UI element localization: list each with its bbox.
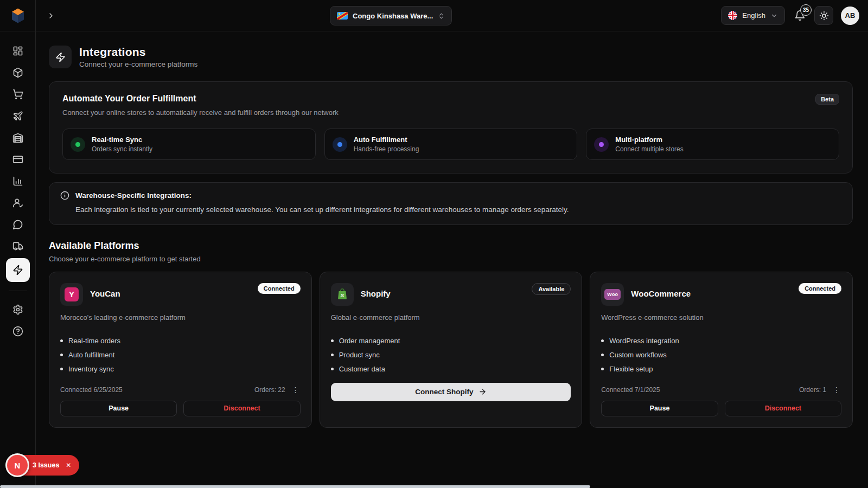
brand-cube-logo-icon[interactable] [9,7,27,25]
plane-icon [12,111,23,121]
app-shell: ★ Congo Kinshasa Ware... [0,0,868,488]
page-title: Integrations [79,46,197,59]
arrow-right-icon [478,388,487,396]
platforms-title: Available Platforms [49,240,853,252]
chevron-right-icon [47,11,55,20]
topbar: ★ Congo Kinshasa Ware... [36,0,868,31]
credit-card-icon [12,154,23,165]
platform-name: Shopify [361,289,391,298]
user-avatar[interactable]: AB [841,7,859,25]
sidebar-item-analytics[interactable] [7,170,29,192]
sidebar-expand-button[interactable] [47,11,55,20]
warehouse-selector-label: Congo Kinshasa Ware... [353,12,433,20]
platform-description: Morocco's leading e-commerce platform [60,313,301,322]
kebab-icon: ⋮ [292,386,299,394]
connected-date: Connected 6/25/2025 [60,386,123,394]
sidebar-item-messages[interactable] [7,214,29,235]
notifications-button[interactable]: 35 [793,9,807,23]
topbar-right-controls: English 35 AB [721,6,859,25]
notifications-count-badge: 35 [800,4,812,16]
sidebar-item-billing[interactable] [7,149,29,170]
woocommerce-logo-icon: Woo [601,283,624,306]
kebab-icon: ⋮ [833,386,840,394]
connected-date: Connected 7/1/2025 [601,386,660,394]
status-badge: Connected [799,283,841,294]
disconnect-button[interactable]: Disconnect [725,401,841,416]
platform-feature: Inventory sync [60,365,301,373]
status-badge: Connected [258,283,301,294]
platform-feature: Product sync [331,351,571,359]
gear-icon [12,304,23,315]
platform-description: Global e-commerce platform [331,313,571,322]
issues-avatar[interactable]: N [7,455,28,476]
sidebar-item-shipping[interactable] [7,105,29,127]
pause-button[interactable]: Pause [601,401,718,416]
sidebar-item-orders[interactable] [7,84,29,105]
platforms-subtitle: Choose your e-commerce platform to get s… [49,255,853,263]
info-icon [60,191,69,200]
sidebar-item-dashboard[interactable] [7,40,29,62]
issues-widget: N 3 Issues ✕ [5,453,79,477]
more-options-button[interactable]: ⋮ [291,385,301,395]
purple-dot-icon [594,137,609,152]
svg-text:★: ★ [337,12,341,16]
status-badge: Available [532,283,571,295]
svg-text:S: S [340,292,344,298]
pause-button[interactable]: Pause [60,401,177,416]
platform-cards: Y YouCan Connected Morocco's leading e-c… [49,272,853,428]
platform-feature: Flexible setup [601,365,841,373]
sidebar-item-warehouses[interactable] [7,127,29,149]
sidebar-item-deliveries[interactable] [7,235,29,257]
horizontal-scrollbar-thumb[interactable] [0,485,590,488]
bar-chart-icon [12,176,23,187]
sidebar-divider [9,291,27,291]
automation-subtitle: Connect your online stores to automatica… [62,108,839,117]
chat-icon [12,219,23,230]
platform-description: WordPress e-commerce solution [601,313,841,322]
warehouse-info-banner: Warehouse-Specific Integrations: Each in… [49,182,853,225]
disconnect-button[interactable]: Disconnect [183,401,300,416]
automation-features: Real-time SyncOrders sync instantly Auto… [62,129,839,160]
sidebar-nav [0,31,36,488]
platform-feature: Real-time orders [60,337,301,345]
package-icon [12,67,23,78]
sidebar-item-help[interactable] [7,320,29,342]
chevron-down-icon [770,12,778,20]
theme-toggle-button[interactable] [814,6,833,25]
platform-card-youcan: Y YouCan Connected Morocco's leading e-c… [49,272,312,428]
close-icon: ✕ [66,461,71,469]
zap-icon [12,265,23,275]
feature-realtime-sync: Real-time SyncOrders sync instantly [62,129,316,160]
main-content: Integrations Connect your e-commerce pla… [36,31,868,488]
sidebar-item-settings[interactable] [7,299,29,320]
platform-name: WooCommerce [631,289,691,298]
shopify-logo-icon: S [331,283,354,306]
platform-card-shopify: S Shopify Available Global e-commerce pl… [320,272,583,428]
platform-card-woocommerce: Woo WooCommerce Connected WordPress e-co… [590,272,853,428]
blue-dot-icon [333,137,347,152]
beta-badge: Beta [815,94,839,105]
sidebar-item-customers[interactable] [7,192,29,214]
platform-feature: Custom workflows [601,351,841,359]
integrations-zap-icon [49,46,72,68]
sun-icon [819,11,829,21]
page-subtitle: Connect your e-commerce platforms [79,60,197,68]
user-check-icon [12,197,23,208]
sidebar-item-integrations[interactable] [6,258,30,282]
uk-flag-icon [728,11,737,20]
connect-shopify-button[interactable]: Connect Shopify [331,383,571,401]
horizontal-scrollbar [0,485,868,488]
warehouse-icon [12,132,23,143]
sidebar-item-products[interactable] [7,62,29,84]
platform-name: YouCan [90,289,120,298]
more-options-button[interactable]: ⋮ [832,385,841,395]
issues-label: 3 Issues [33,461,59,469]
platform-feature: Auto fulfillment [60,351,301,359]
chevrons-up-down-icon [438,12,445,20]
cart-icon [12,89,23,100]
issues-close-button[interactable]: ✕ [65,460,72,470]
language-selector[interactable]: English [721,6,785,25]
orders-count: Orders: 1 [799,386,826,394]
warehouse-selector[interactable]: ★ Congo Kinshasa Ware... [330,6,452,25]
feature-auto-fulfillment: Auto FulfillmentHands-free processing [324,129,578,160]
